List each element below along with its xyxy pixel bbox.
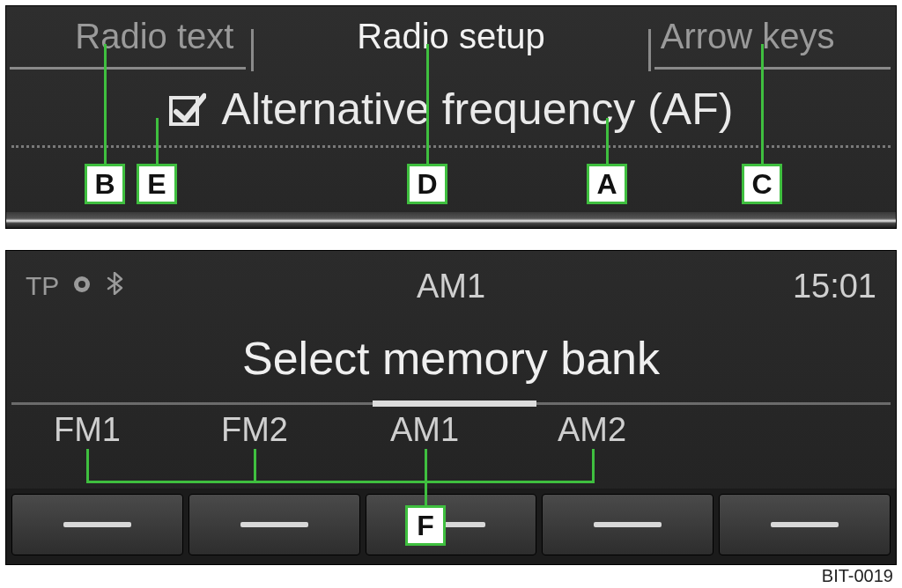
gear-icon [71,271,92,301]
callout-line [104,44,107,165]
page-title: Select memory bank [6,332,896,385]
bank-am1[interactable]: AM1 [390,411,459,449]
soft-button-4[interactable] [542,494,713,555]
soft-button-3[interactable] [366,494,537,555]
callout-B: B [85,164,125,204]
tp-indicator: TP [26,271,59,301]
soft-button-5[interactable] [719,494,891,555]
status-left: TP [26,271,124,301]
callout-line [606,118,609,165]
callout-F: F [405,505,446,546]
callout-line [592,449,595,481]
lower-display: TP AM1 15:01 Select memory bank FM1 FM2 … [5,250,897,565]
panel-gloss-strip [6,212,896,228]
callout-line [426,44,429,165]
callout-C: C [742,164,782,204]
soft-button-row [6,489,896,564]
bank-fm2[interactable]: FM2 [221,411,288,449]
status-clock: 15:01 [793,268,876,305]
bank-fm1[interactable]: FM1 [54,411,121,449]
checkbox-checked-icon [169,91,206,128]
callout-line [254,449,256,481]
callout-E: E [137,164,177,204]
soft-button-2[interactable] [189,494,360,555]
soft-button-1[interactable] [11,494,183,555]
callout-line [156,118,159,165]
callout-line [425,481,427,507]
status-bar: TP AM1 15:01 [6,267,896,305]
tab-divider [648,29,651,71]
option-label: Alternative frequency (AF) [222,84,734,135]
tab-divider [251,29,254,71]
bank-am2[interactable]: AM2 [558,411,626,449]
callout-line [86,481,595,483]
tab-label: Radio text [75,17,233,55]
svg-point-2 [78,281,85,288]
tab-underline [10,67,246,70]
memory-bank-row: FM1 FM2 AM1 AM2 [6,402,896,464]
callout-line [86,449,89,481]
bank-highlight [373,401,536,407]
bluetooth-icon [105,271,124,301]
tab-label: Radio setup [357,17,544,55]
tab-label: Arrow keys [661,17,835,55]
tab-arrow-keys[interactable]: Arrow keys [599,17,896,64]
callout-D: D [407,164,447,204]
tab-radio-text[interactable]: Radio text [6,17,303,64]
callout-A: A [587,164,627,204]
callout-line [761,44,764,165]
figure-id: BIT-0019 [822,566,893,586]
callout-line [425,449,427,481]
tab-radio-setup[interactable]: Radio setup [303,17,600,64]
status-band: AM1 [417,268,485,305]
dotted-separator [11,145,891,148]
tab-underline [654,67,891,70]
